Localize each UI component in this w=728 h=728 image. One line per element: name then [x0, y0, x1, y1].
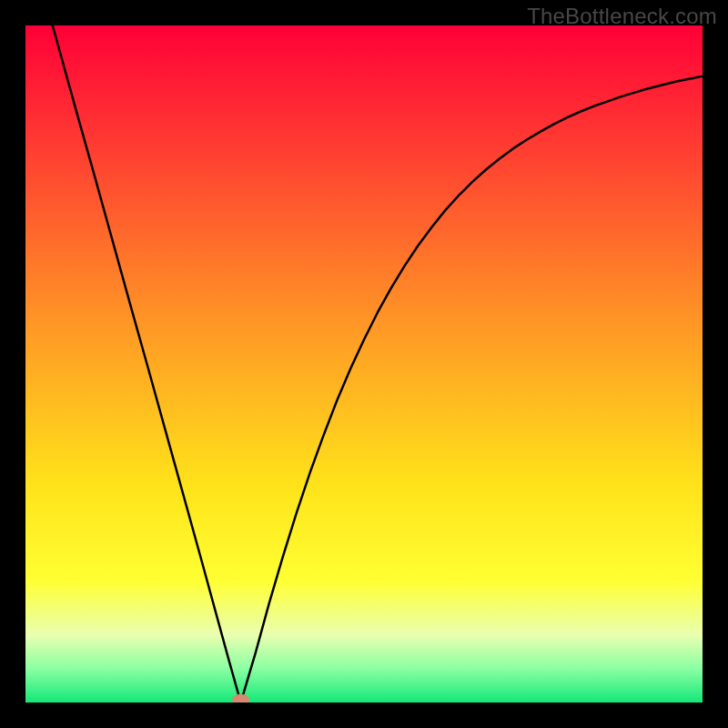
- chart-frame: TheBottleneck.com: [0, 0, 728, 728]
- chart-svg: [25, 25, 703, 703]
- gradient-background: [25, 25, 703, 703]
- optimum-marker: [233, 694, 249, 703]
- plot-area: [25, 25, 703, 703]
- watermark-text: TheBottleneck.com: [527, 4, 717, 29]
